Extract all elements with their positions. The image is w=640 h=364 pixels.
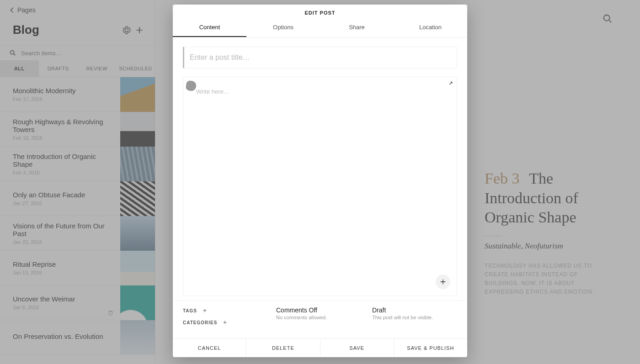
add-tag-button[interactable]: ＋ — [202, 306, 208, 315]
status-sub: This post will not be visible. — [372, 315, 457, 320]
plus-icon — [439, 278, 447, 285]
modal-footer: CANCEL DELETE SAVE SAVE & PUBLISH — [173, 338, 467, 357]
publish-status[interactable]: Draft This post will not be visible. — [372, 306, 457, 330]
post-meta: TAGS ＋ CATEGORIES ＋ Comments Off No comm… — [173, 301, 467, 338]
modal-tab-location[interactable]: Location — [394, 19, 467, 37]
categories-label: CATEGORIES — [183, 320, 217, 325]
save-button[interactable]: SAVE — [320, 339, 394, 357]
cancel-button[interactable]: CANCEL — [173, 339, 246, 357]
comments-sub: No comments allowed. — [276, 315, 361, 320]
comments-status[interactable]: Comments Off No comments allowed. — [276, 306, 361, 330]
add-category-button[interactable]: ＋ — [222, 318, 228, 327]
status-title: Draft — [372, 306, 457, 314]
save-publish-button[interactable]: SAVE & PUBLISH — [394, 339, 467, 357]
modal-tab-content[interactable]: Content — [173, 19, 246, 37]
tags-label: TAGS — [183, 308, 197, 313]
expand-editor-button[interactable]: ↗ — [448, 80, 453, 86]
modal-overlay: EDIT POST ContentOptionsShareLocation ↗ … — [0, 0, 640, 364]
post-body-editor[interactable]: ↗ Write here… — [183, 77, 457, 296]
editor-handle-icon — [186, 80, 197, 92]
delete-button[interactable]: DELETE — [246, 339, 320, 357]
add-block-button[interactable] — [436, 274, 450, 289]
editor-placeholder: Write here… — [196, 88, 444, 95]
modal-tab-options[interactable]: Options — [246, 19, 320, 37]
comments-title: Comments Off — [276, 306, 361, 314]
modal-tabs: ContentOptionsShareLocation — [173, 19, 467, 37]
edit-post-modal: EDIT POST ContentOptionsShareLocation ↗ … — [173, 5, 467, 357]
post-title-input[interactable] — [183, 47, 457, 69]
modal-title: EDIT POST — [173, 5, 467, 19]
modal-tab-share[interactable]: Share — [320, 19, 394, 37]
